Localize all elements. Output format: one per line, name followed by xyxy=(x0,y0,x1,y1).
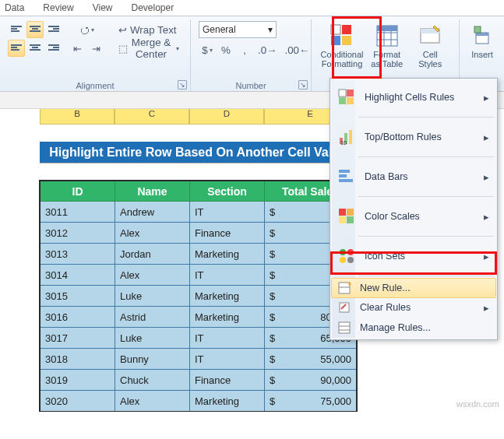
cell-name[interactable]: Andrew xyxy=(115,202,190,223)
cell-total[interactable]: 75,000 xyxy=(265,391,357,412)
cell-section[interactable]: Marketing xyxy=(190,286,265,307)
merge-center-button[interactable]: ⬚ Merge & Center xyxy=(115,40,182,57)
column-header-c[interactable]: C xyxy=(115,109,189,125)
table-row[interactable]: 3019ChuckFinance90,000 xyxy=(41,370,357,391)
cell-section[interactable]: Marketing xyxy=(190,244,265,265)
menu-label: Highlight Cells Rules xyxy=(365,92,454,103)
cell-section[interactable]: IT xyxy=(190,265,265,286)
cell-name[interactable]: Jordan xyxy=(115,244,190,265)
decrease-indent-button[interactable]: ⇤ xyxy=(69,40,86,57)
format-as-table-button[interactable]: Format as Table xyxy=(366,21,408,71)
clear-rules-icon xyxy=(337,300,352,315)
cell-section[interactable]: Marketing xyxy=(190,307,265,328)
percent-format-button[interactable]: % xyxy=(217,41,234,58)
cell-name[interactable]: Chuck xyxy=(115,370,190,391)
menu-label: Color Scales xyxy=(365,211,420,222)
tab-developer[interactable]: Developer xyxy=(132,2,174,13)
table-row[interactable]: 3013JordanMarketing xyxy=(41,244,357,265)
cell-section[interactable]: Marketing xyxy=(190,391,265,412)
menu-data-bars[interactable]: Data Bars xyxy=(332,160,495,194)
cell-id[interactable]: 3017 xyxy=(41,328,115,349)
svg-rect-13 xyxy=(476,33,488,36)
comma-format-button[interactable]: , xyxy=(236,41,253,58)
align-left-button[interactable] xyxy=(8,40,25,57)
alignment-dialog-launcher[interactable]: ↘ xyxy=(178,80,187,90)
align-bottom-button[interactable] xyxy=(45,21,62,38)
cell-section[interactable]: Finance xyxy=(190,370,265,391)
orientation-button[interactable]: ⭯ xyxy=(69,21,104,38)
menu-label: New Rule... xyxy=(360,283,411,293)
cell-name[interactable]: Alex xyxy=(115,223,190,244)
cell-name[interactable]: Astrid xyxy=(115,307,190,328)
conditional-formatting-menu: Highlight Cells Rules 10 Top/Bottom Rule… xyxy=(330,78,498,340)
increase-decimal-button[interactable]: .0→ xyxy=(255,41,280,58)
conditional-formatting-button[interactable]: Conditional Formatting xyxy=(319,21,365,71)
svg-rect-24 xyxy=(339,174,347,177)
cell-name[interactable]: Luke xyxy=(115,286,190,307)
menu-top-bottom-rules[interactable]: 10 Top/Bottom Rules xyxy=(332,120,495,154)
alignment-caption: Alignment ↘ xyxy=(8,79,182,90)
increase-indent-button[interactable]: ⇥ xyxy=(87,40,104,57)
conditional-formatting-icon xyxy=(330,23,354,48)
align-right-button[interactable] xyxy=(45,40,62,57)
cell-section[interactable]: IT xyxy=(190,202,265,223)
cell-id[interactable]: 3011 xyxy=(41,202,115,223)
column-header-b[interactable]: B xyxy=(40,109,115,125)
cell-section[interactable]: IT xyxy=(190,349,265,370)
color-scales-icon xyxy=(337,206,357,227)
menu-icon-sets[interactable]: Icon Sets xyxy=(332,239,495,273)
cell-name[interactable]: Luke xyxy=(115,328,190,349)
svg-rect-27 xyxy=(347,209,354,216)
highlight-cells-icon xyxy=(337,87,357,107)
cell-styles-button[interactable]: Cell Styles xyxy=(410,21,452,71)
table-row[interactable]: 3014AlexIT xyxy=(41,265,357,286)
cell-total[interactable]: 90,000 xyxy=(265,370,357,391)
cell-id[interactable]: 3014 xyxy=(41,265,115,286)
cell-id[interactable]: 3013 xyxy=(41,244,115,265)
table-row[interactable]: 3017LukeIT65,000 xyxy=(41,328,357,349)
cell-id[interactable]: 3016 xyxy=(41,307,115,328)
accounting-format-button[interactable]: $ xyxy=(199,41,216,58)
align-top-button[interactable] xyxy=(8,21,25,38)
table-row[interactable]: 3011AndrewIT xyxy=(41,202,357,223)
align-middle-button[interactable] xyxy=(26,21,44,38)
table-row[interactable]: 3018BunnyIT55,000 xyxy=(41,349,357,370)
menu-manage-rules[interactable]: Manage Rules... xyxy=(332,318,495,338)
wrap-text-icon: ↩ xyxy=(118,24,127,36)
cell-name[interactable]: Bunny xyxy=(115,349,190,370)
menu-highlight-cells-rules[interactable]: Highlight Cells Rules xyxy=(332,80,495,114)
column-header-d[interactable]: D xyxy=(189,109,264,125)
tab-data[interactable]: Data xyxy=(5,2,24,13)
svg-point-30 xyxy=(340,249,346,255)
svg-point-33 xyxy=(347,257,354,263)
wrap-text-button[interactable]: ↩ Wrap Text xyxy=(115,21,182,38)
number-format-combo[interactable]: General ▾ xyxy=(199,21,277,38)
table-row[interactable]: 3020AlexMarketing75,000 xyxy=(41,391,357,412)
table-row[interactable]: 3015LukeMarketing xyxy=(41,286,357,307)
cell-name[interactable]: Alex xyxy=(115,391,190,412)
align-center-button[interactable] xyxy=(26,40,44,57)
header-name: Name xyxy=(115,181,190,202)
cell-id[interactable]: 3012 xyxy=(41,223,115,244)
cell-id[interactable]: 3019 xyxy=(41,370,115,391)
cell-name[interactable]: Alex xyxy=(115,265,190,286)
decrease-decimal-button[interactable]: .00← xyxy=(281,41,312,58)
cell-id[interactable]: 3015 xyxy=(41,286,115,307)
cell-id[interactable]: 3020 xyxy=(41,391,115,412)
cell-total[interactable]: 55,000 xyxy=(265,349,357,370)
tab-review[interactable]: Review xyxy=(43,2,73,13)
cell-section[interactable]: Finance xyxy=(190,223,265,244)
svg-rect-1 xyxy=(342,25,351,34)
tab-view[interactable]: View xyxy=(93,2,113,13)
menu-color-scales[interactable]: Color Scales xyxy=(332,199,495,234)
number-caption: Number ↘ xyxy=(199,79,303,90)
cell-id[interactable]: 3018 xyxy=(41,349,115,370)
table-row[interactable]: 3016AstridMarketing80,000 xyxy=(41,307,357,328)
table-row[interactable]: 3012AlexFinance xyxy=(41,223,357,244)
svg-point-32 xyxy=(340,257,346,263)
insert-cells-button[interactable]: Insert xyxy=(467,21,497,61)
cell-section[interactable]: IT xyxy=(190,328,265,349)
number-dialog-launcher[interactable]: ↘ xyxy=(298,80,308,90)
menu-new-rule[interactable]: ✶ New Rule... xyxy=(331,278,496,298)
menu-clear-rules[interactable]: Clear Rules xyxy=(332,297,495,318)
